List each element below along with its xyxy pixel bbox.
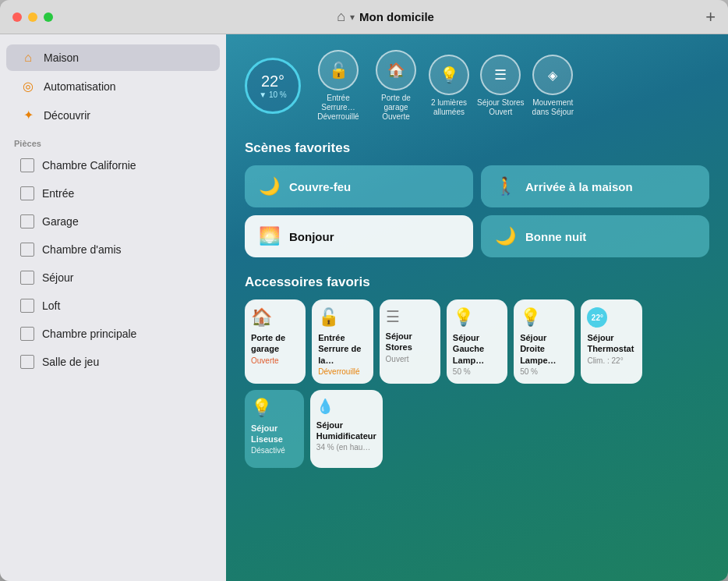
- minimize-button[interactable]: [28, 12, 37, 22]
- humidifier-icon: 💧: [316, 398, 334, 415]
- sidebar-item-chambre-principale[interactable]: Chambre principale: [6, 321, 220, 347]
- temperature-sub: ▼ 10 %: [259, 90, 286, 99]
- accessory-name: SéjourStores: [386, 331, 412, 353]
- scene-label: Couvre-feu: [289, 180, 351, 193]
- bulb-icon: 💡: [453, 307, 474, 328]
- lock-icon: 🔓: [318, 50, 359, 90]
- accessory-status: 50 %: [520, 367, 538, 376]
- status-device-entree-serrure[interactable]: 🔓 Entrée Serrure…Déverrouillé: [313, 50, 363, 122]
- temperature-display[interactable]: 22° ▼ 10 %: [245, 58, 301, 114]
- sidebar-item-automatisation[interactable]: ◎ Automatisation: [6, 73, 220, 100]
- sidebar-item-label: Salle de jeu: [42, 356, 99, 368]
- status-device-porte-garage[interactable]: 🏠 Porte de garageOuverte: [371, 50, 421, 122]
- scene-arrivee-maison[interactable]: 🚶 Arrivée à la maison: [481, 165, 709, 207]
- status-device-lumieres[interactable]: 💡 2 lumièresallumées: [429, 55, 469, 117]
- titlebar-title: Mon domicile: [359, 10, 434, 23]
- room-icon: [20, 327, 34, 341]
- sidebar-item-entree[interactable]: Entrée: [6, 180, 220, 207]
- arrive-icon: 🚶: [495, 176, 516, 197]
- scenes-grid: 🌙 Couvre-feu 🚶 Arrivée à la maison 🌅 Bon…: [245, 165, 709, 257]
- sidebar-item-label: Découvrir: [44, 109, 90, 122]
- sidebar: ⌂ Maison ◎ Automatisation ✦ Découvrir Pi…: [0, 34, 226, 581]
- accessory-name: SéjourThermostat: [587, 332, 634, 355]
- sidebar-item-label: Chambre d'amis: [42, 243, 122, 256]
- traffic-lights: [12, 12, 53, 22]
- sidebar-item-maison[interactable]: ⌂ Maison: [6, 44, 220, 71]
- accessory-status: Clim. : 22°: [587, 356, 623, 365]
- device-label: Séjour StoresOuvert: [477, 98, 525, 117]
- sidebar-item-chambre-californie[interactable]: Chambre Californie: [6, 152, 220, 179]
- accessory-entree-serrure[interactable]: 🔓 EntréeSerrure de la… Déverrouillé: [312, 299, 373, 384]
- sidebar-item-label: Maison: [44, 51, 79, 64]
- scene-label: Bonne nuit: [525, 230, 586, 243]
- status-device-stores[interactable]: ☰ Séjour StoresOuvert: [477, 55, 525, 117]
- blinds-icon: ☰: [480, 55, 521, 95]
- close-button[interactable]: [12, 12, 22, 22]
- light-icon: 💡: [429, 55, 469, 95]
- moon-icon: 🌙: [259, 176, 280, 197]
- room-icon: [20, 243, 34, 257]
- accessory-name: SéjourLiseuse: [251, 423, 283, 445]
- accessory-sejour-liseuse[interactable]: 💡 SéjourLiseuse Désactivé: [245, 390, 304, 468]
- sidebar-item-decouvrir[interactable]: ✦ Découvrir: [6, 101, 220, 129]
- rooms-section-label: Pièces: [0, 129, 226, 151]
- titlebar-center: ⌂ ▾ Mon domicile: [65, 9, 705, 25]
- scene-label: Bonjour: [289, 230, 334, 243]
- night-icon: 🌙: [495, 226, 516, 246]
- add-button[interactable]: +: [705, 7, 716, 27]
- accessory-status: 50 %: [453, 367, 471, 376]
- room-icon: [20, 158, 34, 172]
- sun-icon: 🌅: [259, 226, 280, 246]
- sidebar-item-label: Chambre Californie: [42, 159, 136, 172]
- room-icon: [20, 355, 34, 369]
- scene-label: Arrivée à la maison: [525, 180, 633, 193]
- automation-icon: ◎: [20, 79, 36, 94]
- scene-bonjour[interactable]: 🌅 Bonjour: [245, 215, 473, 257]
- sidebar-item-sejour[interactable]: Séjour: [6, 264, 220, 291]
- accessory-status: Ouvert: [386, 355, 409, 363]
- accessory-sejour-stores[interactable]: ☰ SéjourStores Ouvert: [380, 299, 440, 384]
- app-window: ⌂ ▾ Mon domicile + ⌂ Maison ◎ Automatisa…: [0, 0, 728, 581]
- accessory-status: Ouverte: [251, 356, 279, 365]
- discover-icon: ✦: [20, 108, 36, 122]
- scene-couvre-feu[interactable]: 🌙 Couvre-feu: [245, 165, 473, 207]
- main-layout: ⌂ Maison ◎ Automatisation ✦ Découvrir Pi…: [0, 34, 728, 581]
- accessory-sejour-gauche-lamp[interactable]: 💡 SéjourGauche Lamp… 50 %: [447, 299, 507, 384]
- accessories-row1: 🏠 Porte degarage Ouverte 🔓 EntréeSerrure…: [245, 299, 709, 384]
- accessory-name: EntréeSerrure de la…: [318, 332, 366, 366]
- accessory-name: Porte degarage: [251, 332, 285, 355]
- garage-icon: 🏠: [376, 50, 416, 90]
- accessory-name: SéjourDroite Lampe…: [520, 332, 568, 366]
- accessory-name: SéjourGauche Lamp…: [453, 332, 501, 366]
- accessory-status: 34 % (en hau…: [316, 443, 371, 452]
- sidebar-item-chambre-amis[interactable]: Chambre d'amis: [6, 236, 220, 263]
- device-label: Porte de garageOuverte: [371, 94, 421, 122]
- accessory-status: Déverrouillé: [318, 367, 359, 376]
- garage-door-icon: 🏠: [251, 307, 272, 328]
- lock-icon: 🔓: [318, 307, 339, 328]
- temperature-value: 22°: [261, 73, 284, 90]
- accessory-sejour-droite-lamp[interactable]: 💡 SéjourDroite Lampe… 50 %: [514, 299, 574, 384]
- sidebar-item-label: Séjour: [42, 271, 73, 284]
- status-device-mouvement[interactable]: ◈ Mouvementdans Séjour: [532, 55, 574, 117]
- scene-bonne-nuit[interactable]: 🌙 Bonne nuit: [481, 215, 709, 257]
- accessory-porte-garage[interactable]: 🏠 Porte degarage Ouverte: [245, 299, 306, 384]
- lamp-icon: 💡: [251, 398, 272, 418]
- room-icon: [20, 214, 34, 229]
- maximize-button[interactable]: [44, 12, 53, 22]
- sidebar-item-garage[interactable]: Garage: [6, 208, 220, 235]
- sidebar-item-label: Entrée: [42, 187, 74, 200]
- device-label: 2 lumièresallumées: [431, 98, 467, 117]
- sidebar-item-salle-de-jeu[interactable]: Salle de jeu: [6, 349, 220, 375]
- scenes-section-title: Scènes favorites: [245, 140, 709, 156]
- sidebar-item-label: Garage: [42, 215, 79, 228]
- room-icon: [20, 299, 34, 313]
- chevron-down-icon[interactable]: ▾: [350, 12, 355, 23]
- sidebar-item-loft[interactable]: Loft: [6, 292, 220, 319]
- content-area: 22° ▼ 10 % 🔓 Entrée Serrure…Déverrouillé…: [226, 34, 728, 581]
- accessory-sejour-humidificateur[interactable]: 💧 SéjourHumidificateur 34 % (en hau…: [310, 390, 383, 468]
- sidebar-item-label: Automatisation: [44, 80, 116, 93]
- device-label: Mouvementdans Séjour: [532, 98, 574, 117]
- thermostat-badge: 22°: [587, 307, 607, 328]
- accessory-sejour-thermostat[interactable]: 22° SéjourThermostat Clim. : 22°: [581, 299, 641, 384]
